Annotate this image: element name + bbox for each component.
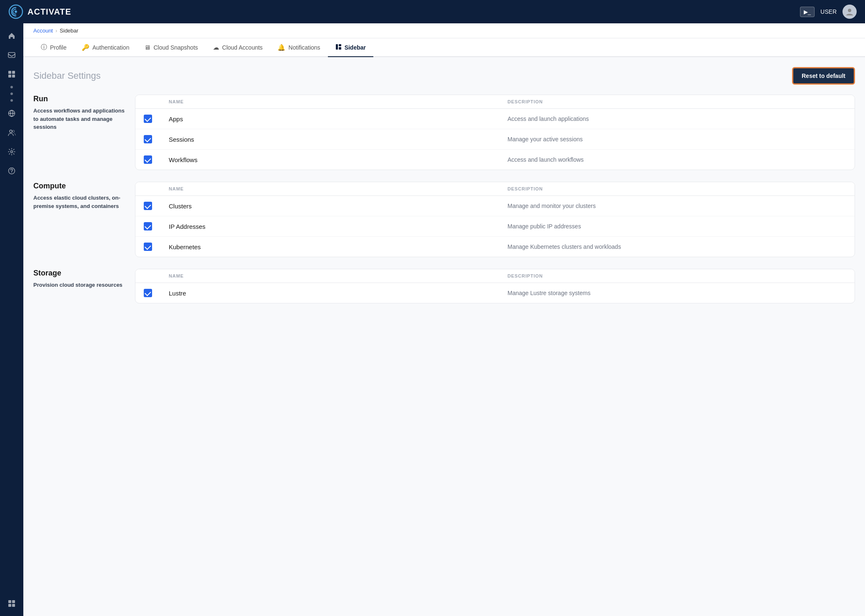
kubernetes-checkbox[interactable] xyxy=(144,243,152,251)
authentication-icon: 🔑 xyxy=(82,44,90,51)
storage-header-desc: DESCRIPTION xyxy=(508,273,846,278)
logo-icon xyxy=(8,4,23,19)
sessions-description: Manage your active sessions xyxy=(508,136,846,143)
table-row: Lustre Manage Lustre storage systems xyxy=(135,283,855,303)
svg-point-12 xyxy=(12,130,15,133)
svg-point-2 xyxy=(848,9,851,12)
sidebar-item-help[interactable] xyxy=(3,163,20,179)
section-storage: Storage Provision cloud storage resource… xyxy=(33,269,855,303)
section-storage-info: Storage Provision cloud storage resource… xyxy=(33,269,125,303)
apps-checkbox[interactable] xyxy=(144,115,152,123)
run-header-desc: DESCRIPTION xyxy=(508,99,846,104)
lustre-name: Lustre xyxy=(169,290,508,297)
lustre-description: Manage Lustre storage systems xyxy=(508,290,846,296)
user-avatar[interactable] xyxy=(842,5,857,19)
svg-rect-16 xyxy=(8,600,11,603)
settings-header: Sidebar Settings Reset to default xyxy=(33,67,855,85)
settings-tabs: ⓘ Profile 🔑 Authentication 🖥 Cloud Snaps… xyxy=(23,38,865,57)
workflows-description: Access and launch workflows xyxy=(508,156,846,163)
ip-addresses-name: IP Addresses xyxy=(169,223,508,230)
left-sidebar xyxy=(0,23,23,616)
sessions-checkbox[interactable] xyxy=(144,135,152,143)
table-row: IP Addresses Manage public IP addresses xyxy=(135,216,855,237)
sidebar-tab-icon xyxy=(335,44,342,51)
table-row: Sessions Manage your active sessions xyxy=(135,129,855,150)
section-storage-title: Storage xyxy=(33,269,125,278)
topnav-right: ▶_ USER xyxy=(800,5,857,19)
tab-cloud-snapshots[interactable]: 🖥 Cloud Snapshots xyxy=(137,38,205,57)
ip-addresses-description: Manage public IP addresses xyxy=(508,223,846,230)
svg-rect-17 xyxy=(12,600,15,603)
section-run: Run Access workflows and applications to… xyxy=(33,95,855,170)
compute-header-check xyxy=(144,186,169,191)
svg-rect-18 xyxy=(8,604,11,607)
section-storage-table: NAME DESCRIPTION Lustre Manage Lustre st… xyxy=(135,269,855,303)
terminal-button[interactable]: ▶_ xyxy=(800,7,815,17)
section-run-info: Run Access workflows and applications to… xyxy=(33,95,125,170)
tab-authentication[interactable]: 🔑 Authentication xyxy=(74,38,137,57)
tab-profile[interactable]: ⓘ Profile xyxy=(33,38,74,57)
username-label: USER xyxy=(820,8,837,15)
section-compute-title: Compute xyxy=(33,182,125,190)
section-run-description: Access workflows and applications to aut… xyxy=(33,107,125,131)
svg-rect-20 xyxy=(336,44,338,50)
sidebar-item-home[interactable] xyxy=(3,28,20,44)
tab-authentication-label: Authentication xyxy=(92,44,130,51)
notifications-icon: 🔔 xyxy=(278,44,285,51)
clusters-checkbox[interactable] xyxy=(144,202,152,210)
table-row: Workflows Access and launch workflows xyxy=(135,150,855,170)
tab-cloud-snapshots-label: Cloud Snapshots xyxy=(153,44,198,51)
compute-table-header: NAME DESCRIPTION xyxy=(135,182,855,196)
table-row: Apps Access and launch applications xyxy=(135,109,855,129)
terminal-icon: ▶_ xyxy=(804,9,811,15)
table-row: Clusters Manage and monitor your cluster… xyxy=(135,196,855,216)
apps-description: Access and launch applications xyxy=(508,115,846,122)
section-compute: Compute Access elastic cloud clusters, o… xyxy=(33,182,855,257)
tab-cloud-accounts[interactable]: ☁ Cloud Accounts xyxy=(205,38,270,57)
storage-header-name: NAME xyxy=(169,273,508,278)
sidebar-item-grid[interactable] xyxy=(3,66,20,83)
svg-rect-7 xyxy=(12,75,15,78)
section-compute-table: NAME DESCRIPTION Clusters Manage and mon… xyxy=(135,182,855,257)
sidebar-item-bottom[interactable] xyxy=(3,595,20,612)
run-header-check xyxy=(144,99,169,104)
svg-rect-6 xyxy=(8,75,11,78)
workflows-checkbox[interactable] xyxy=(144,155,152,164)
sidebar-item-settings[interactable] xyxy=(3,143,20,160)
sidebar-dot-2 xyxy=(10,93,13,95)
svg-point-15 xyxy=(11,172,12,173)
section-compute-info: Compute Access elastic cloud clusters, o… xyxy=(33,182,125,257)
svg-rect-4 xyxy=(8,71,11,74)
table-row: Kubernetes Manage Kubernetes clusters an… xyxy=(135,237,855,257)
tab-sidebar[interactable]: Sidebar xyxy=(328,38,373,57)
profile-icon: ⓘ xyxy=(41,43,47,51)
sessions-name: Sessions xyxy=(169,136,508,143)
svg-rect-22 xyxy=(339,47,341,50)
sidebar-item-inbox[interactable] xyxy=(3,47,20,63)
app-logo[interactable]: ACTIVATE xyxy=(8,4,71,19)
sidebar-item-users[interactable] xyxy=(3,124,20,141)
breadcrumb-separator: › xyxy=(55,28,57,34)
ip-addresses-checkbox[interactable] xyxy=(144,222,152,230)
workflows-name: Workflows xyxy=(169,156,508,163)
breadcrumb-account[interactable]: Account xyxy=(33,28,53,34)
clusters-description: Manage and monitor your clusters xyxy=(508,203,846,209)
tab-sidebar-label: Sidebar xyxy=(345,44,366,51)
svg-point-13 xyxy=(11,151,13,153)
lustre-checkbox[interactable] xyxy=(144,289,152,297)
tab-notifications-label: Notifications xyxy=(288,44,320,51)
section-storage-description: Provision cloud storage resources xyxy=(33,281,125,289)
tab-notifications[interactable]: 🔔 Notifications xyxy=(270,38,328,57)
app-name: ACTIVATE xyxy=(28,7,71,17)
svg-point-1 xyxy=(15,10,17,13)
sidebar-dot-3 xyxy=(10,99,13,102)
sidebar-dot-1 xyxy=(10,86,13,88)
breadcrumb: Account › Sidebar xyxy=(23,23,865,38)
storage-table-header: NAME DESCRIPTION xyxy=(135,269,855,283)
reset-to-default-button[interactable]: Reset to default xyxy=(792,67,855,85)
svg-rect-5 xyxy=(12,71,15,74)
tab-profile-label: Profile xyxy=(50,44,67,51)
clusters-name: Clusters xyxy=(169,203,508,210)
sidebar-item-globe[interactable] xyxy=(3,105,20,122)
apps-name: Apps xyxy=(169,115,508,123)
